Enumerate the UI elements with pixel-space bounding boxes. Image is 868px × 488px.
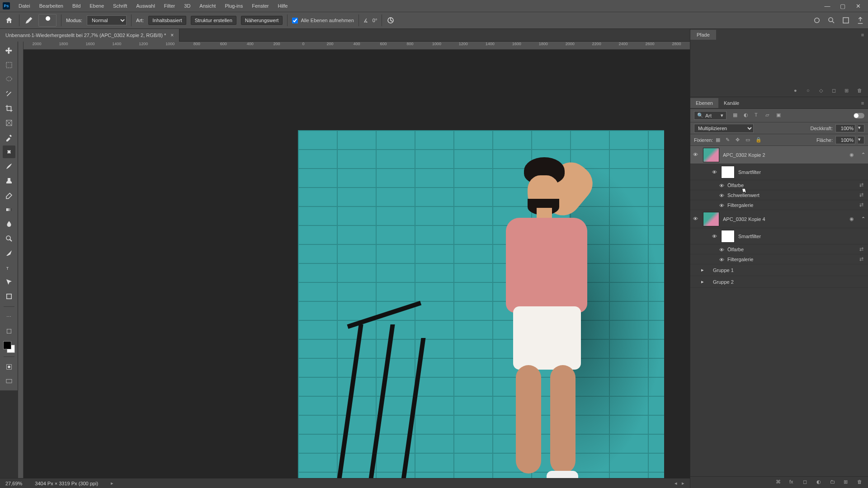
eyedropper-tool[interactable]: [3, 131, 15, 144]
group-row[interactable]: ▸ Gruppe 1: [690, 264, 868, 276]
visibility-icon[interactable]: 👁: [719, 183, 724, 188]
path-stroke-icon[interactable]: ○: [807, 88, 814, 95]
frame-tool[interactable]: [3, 117, 15, 129]
menu-auswahl[interactable]: Auswahl: [132, 1, 159, 10]
heal-tool[interactable]: [3, 145, 15, 158]
visibility-icon[interactable]: 👁: [693, 152, 699, 158]
filter-options-icon[interactable]: ⇄: [859, 202, 863, 208]
lasso-tool[interactable]: [3, 73, 15, 86]
filter-smart-icon[interactable]: ▣: [776, 112, 783, 119]
screenmode-tool[interactable]: [3, 375, 15, 388]
path-delete-icon[interactable]: 🗑: [857, 88, 864, 95]
tab-ebenen[interactable]: Ebenen: [690, 98, 718, 108]
panel-menu-icon[interactable]: ≡: [857, 100, 868, 106]
expand-icon[interactable]: ⌃: [861, 152, 865, 158]
visibility-icon[interactable]: 👁: [719, 193, 724, 197]
menu-datei[interactable]: Datei: [14, 1, 34, 10]
lock-all-icon[interactable]: 🔒: [755, 137, 762, 143]
mask-thumbnail[interactable]: [721, 166, 735, 178]
filter-options-icon[interactable]: ⇄: [859, 182, 863, 188]
maximize-button[interactable]: ▢: [835, 1, 850, 10]
adjustment-icon[interactable]: ◐: [816, 479, 824, 486]
chk-alle-ebenen[interactable]: Alle Ebenen aufnehmen: [292, 18, 354, 23]
path-fill-icon[interactable]: ●: [794, 88, 801, 95]
workspace-icon[interactable]: [842, 16, 850, 24]
layer-row[interactable]: 👁 APC_0302 Kopie 2 ◉ ⌃: [690, 146, 868, 164]
layer-filter-select[interactable]: 🔍 Art ▾: [694, 111, 726, 120]
visibility-icon[interactable]: 👁: [719, 203, 724, 207]
lock-move-icon[interactable]: ✥: [736, 137, 742, 143]
close-button[interactable]: ✕: [851, 1, 865, 10]
lock-artboard-icon[interactable]: ▭: [745, 137, 752, 143]
edit-toolbar[interactable]: [3, 325, 15, 338]
layer-name[interactable]: APC_0302 Kopie 4: [723, 216, 846, 222]
filter-type-icon[interactable]: T: [755, 112, 762, 119]
color-swatch[interactable]: [3, 341, 15, 353]
chk-alle-ebenen-box[interactable]: [292, 18, 298, 23]
menu-ebene[interactable]: Ebene: [85, 1, 108, 10]
smart-filter-badge-icon[interactable]: ◉: [849, 152, 856, 158]
group-icon[interactable]: 🗀: [830, 479, 837, 486]
new-layer-icon[interactable]: ⊞: [844, 479, 851, 486]
gradient-tool[interactable]: [3, 203, 15, 216]
group-name[interactable]: Gruppe 2: [713, 279, 734, 285]
close-tab-icon[interactable]: ×: [170, 32, 174, 38]
tab-pfade[interactable]: Pfade: [690, 30, 716, 40]
filter-row[interactable]: 👁Ölfarbe⇄: [690, 244, 868, 254]
brush-tool[interactable]: [3, 160, 15, 173]
btn-naeherung[interactable]: Näherungswert: [241, 16, 283, 25]
path-selection-icon[interactable]: ◇: [819, 88, 826, 95]
expand-icon[interactable]: ⌃: [861, 216, 865, 222]
mask-icon[interactable]: ◻: [803, 479, 810, 486]
cloud-icon[interactable]: [813, 16, 821, 24]
expand-icon[interactable]: ▸: [701, 267, 706, 273]
menu-plugins[interactable]: Plug-ins: [221, 1, 247, 10]
type-tool[interactable]: T: [3, 261, 15, 274]
filter-row[interactable]: 👁Filtergalerie⇄: [690, 254, 868, 264]
smartfilter-row[interactable]: 👁 Smartfilter: [690, 164, 868, 180]
angle-icon[interactable]: ∡: [363, 18, 368, 23]
layer-name[interactable]: APC_0302 Kopie 2: [723, 152, 846, 158]
filter-pixel-icon[interactable]: ▦: [733, 112, 740, 119]
layer-thumbnail[interactable]: [703, 148, 719, 162]
pressure-icon[interactable]: [387, 16, 395, 24]
menu-3d[interactable]: 3D: [180, 1, 194, 10]
menu-schrift[interactable]: Schrift: [109, 1, 131, 10]
path-mask-icon[interactable]: ◻: [832, 88, 839, 95]
visibility-icon[interactable]: 👁: [719, 247, 724, 252]
menu-filter[interactable]: Filter: [160, 1, 179, 10]
marquee-tool[interactable]: [3, 59, 15, 71]
document-tab[interactable]: Unbenannt-1-Wiederhergestellt bei 27,7% …: [0, 29, 179, 42]
filter-row[interactable]: 👁Schwellenwert⇄: [690, 190, 868, 200]
visibility-icon[interactable]: 👁: [693, 216, 699, 222]
fx-icon[interactable]: fx: [789, 479, 797, 486]
stamp-tool[interactable]: [3, 174, 15, 187]
ruler-horizontal[interactable]: 2000 1800 1600 1400 1200 1000 800 600 40…: [24, 42, 690, 50]
scroll-right-icon[interactable]: ▸: [682, 480, 684, 486]
filter-options-icon[interactable]: ⇄: [859, 246, 863, 252]
smart-filter-badge-icon[interactable]: ◉: [849, 216, 856, 222]
filter-shape-icon[interactable]: ▱: [765, 112, 773, 119]
scroll-left-icon[interactable]: ◂: [675, 480, 677, 486]
eraser-tool[interactable]: [3, 189, 15, 202]
doc-dimensions[interactable]: 3404 Px × 3319 Px (300 ppi): [35, 481, 98, 486]
modus-select[interactable]: Normal: [87, 15, 127, 25]
ruler-vertical[interactable]: [18, 42, 24, 478]
visibility-icon[interactable]: 👁: [719, 257, 724, 262]
lock-pixels-icon[interactable]: ▦: [716, 137, 722, 143]
home-icon[interactable]: [4, 15, 14, 26]
btn-struktur[interactable]: Struktur erstellen: [191, 16, 236, 25]
group-name[interactable]: Gruppe 1: [713, 267, 734, 273]
move-tool[interactable]: [3, 44, 15, 57]
panel-menu-icon[interactable]: ≡: [857, 32, 868, 38]
share-icon[interactable]: [856, 16, 864, 24]
pen-tool[interactable]: [3, 247, 15, 259]
opacity-dropdown[interactable]: ▾: [858, 124, 864, 132]
layer-thumbnail[interactable]: [703, 212, 719, 226]
blur-tool[interactable]: [3, 218, 15, 230]
filter-options-icon[interactable]: ⇄: [859, 256, 863, 262]
tool-icon[interactable]: [24, 15, 34, 25]
expand-icon[interactable]: ▸: [701, 279, 706, 285]
angle-value[interactable]: 0°: [373, 18, 377, 23]
quickmask-tool[interactable]: [3, 361, 15, 373]
